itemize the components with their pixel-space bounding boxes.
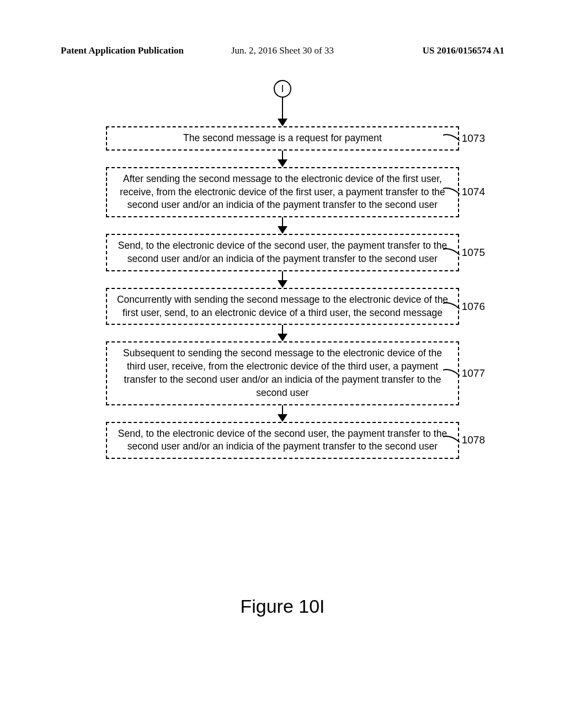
step-1073: The second message is a request for paym… — [106, 126, 459, 151]
step-1074-wrap: After sending the second message to the … — [63, 167, 502, 217]
step-text: Concurrently with sending the second mes… — [117, 294, 448, 318]
step-1075: Send, to the electronic device of the se… — [106, 234, 459, 271]
ref-label: 1074 — [462, 186, 485, 198]
step-1078: Send, to the electronic device of the se… — [106, 422, 459, 459]
ref-label: 1077 — [462, 367, 485, 379]
ref-1076: 1076 — [443, 301, 485, 313]
ref-label: 1073 — [462, 132, 485, 144]
step-text: The second message is a request for paym… — [183, 132, 382, 143]
step-text: Subsequent to sending the second message… — [123, 347, 442, 398]
connector-circle: I — [274, 80, 291, 98]
step-1073-wrap: The second message is a request for paym… — [63, 126, 502, 151]
ref-1074: 1074 — [443, 186, 485, 198]
step-1078-wrap: Send, to the electronic device of the se… — [63, 422, 502, 459]
ref-1075: 1075 — [443, 247, 485, 259]
step-1077-wrap: Subsequent to sending the second message… — [63, 341, 502, 405]
ref-label: 1078 — [462, 434, 485, 446]
step-1074: After sending the second message to the … — [106, 167, 459, 217]
step-1076-wrap: Concurrently with sending the second mes… — [63, 288, 502, 325]
step-text: Send, to the electronic device of the se… — [118, 428, 447, 452]
step-1076: Concurrently with sending the second mes… — [106, 288, 459, 325]
flowchart: I The second message is a request for pa… — [63, 74, 502, 459]
ref-label: 1076 — [462, 301, 485, 313]
ref-1078: 1078 — [443, 434, 485, 446]
ref-1077: 1077 — [443, 367, 485, 379]
header-center: Jun. 2, 2016 Sheet 30 of 33 — [0, 45, 565, 56]
step-1075-wrap: Send, to the electronic device of the se… — [63, 234, 502, 271]
figure-title: Figure 10I — [0, 596, 565, 617]
step-text: After sending the second message to the … — [120, 173, 445, 211]
step-text: Send, to the electronic device of the se… — [118, 240, 447, 264]
connector-label: I — [281, 83, 284, 95]
ref-1073: 1073 — [443, 132, 485, 144]
step-1077: Subsequent to sending the second message… — [106, 341, 459, 405]
page-header: Patent Application Publication Jun. 2, 2… — [0, 45, 565, 56]
ref-label: 1075 — [462, 247, 485, 259]
